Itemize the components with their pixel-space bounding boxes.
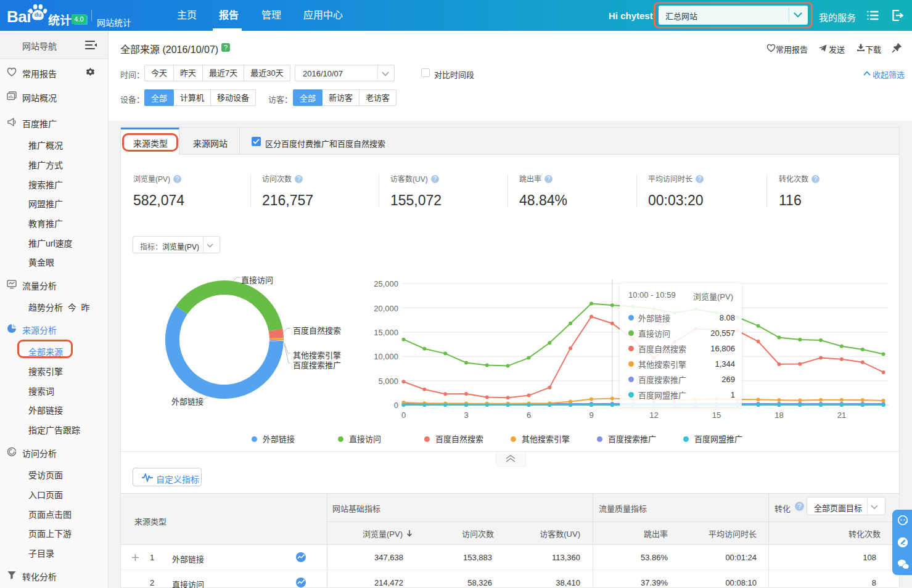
svg-text:25,000: 25,000 bbox=[374, 279, 398, 288]
svg-text:12: 12 bbox=[649, 410, 658, 420]
svg-text:20,000: 20,000 bbox=[374, 304, 398, 313]
svg-text:15,000: 15,000 bbox=[374, 328, 398, 337]
svg-text:15: 15 bbox=[712, 410, 721, 420]
svg-text:21: 21 bbox=[837, 410, 846, 420]
svg-text:9: 9 bbox=[589, 410, 593, 420]
svg-text:du: du bbox=[35, 11, 42, 18]
svg-text:5,000: 5,000 bbox=[378, 377, 398, 386]
svg-text:3: 3 bbox=[464, 410, 468, 420]
svg-text:0: 0 bbox=[394, 401, 398, 410]
svg-text:0: 0 bbox=[401, 410, 406, 420]
svg-text:6: 6 bbox=[527, 410, 531, 420]
svg-text:10,000: 10,000 bbox=[374, 352, 398, 361]
svg-text:18: 18 bbox=[774, 410, 783, 420]
